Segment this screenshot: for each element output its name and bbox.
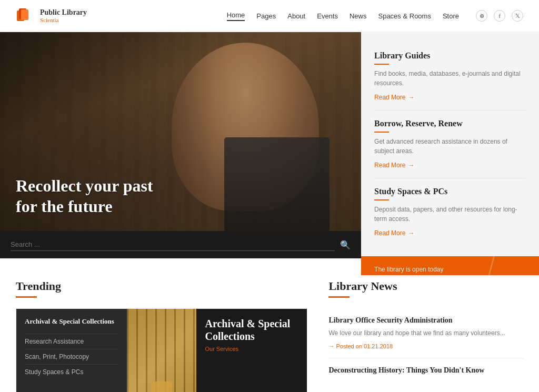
study-read-more[interactable]: Read More xyxy=(374,229,414,237)
nav-about[interactable]: About xyxy=(287,12,305,20)
news-item-1-date: Posted on 01.21.2018 xyxy=(328,343,393,349)
hours-bar: The library is open today 6:00 AM – 8:00… xyxy=(361,256,539,275)
guides-title: Library Guides xyxy=(374,51,526,61)
search-icon[interactable]: 🔍 xyxy=(340,240,351,250)
sidebar-item-study: Study Spaces & PCs Deposit data, papers,… xyxy=(374,178,526,246)
trending-menu-item-scan[interactable]: Scan, Print, Photocopy xyxy=(25,349,118,364)
trending-menu-item-research[interactable]: Research Assistance xyxy=(25,334,118,349)
sidebar-items: Library Guides Find books, media, databa… xyxy=(361,32,539,256)
search-bar: 🔍 xyxy=(0,231,361,258)
nav-news[interactable]: News xyxy=(350,12,367,20)
logo-icon xyxy=(16,6,35,25)
trending-section: Trending Archival & Special Collections … xyxy=(16,279,307,392)
hero-overlay xyxy=(0,32,361,258)
guides-description: Find books, media, databases, e-journals… xyxy=(374,69,526,88)
trending-info-title: Archival & Special Collections xyxy=(205,317,298,343)
study-divider xyxy=(374,199,389,200)
study-title: Study Spaces & PCs xyxy=(374,187,526,196)
trending-image xyxy=(127,309,197,392)
nav-home[interactable]: Home xyxy=(227,11,245,21)
trending-divider xyxy=(16,296,37,298)
borrow-title: Borrow, Reserve, Renew xyxy=(374,119,526,128)
trending-menu-item-study[interactable]: Study Spaces & PCs xyxy=(25,364,118,379)
sidebar-item-guides: Library Guides Find books, media, databa… xyxy=(374,43,526,110)
logo[interactable]: Public Library Scientia xyxy=(16,6,87,25)
trending-menu-title: Archival & Special Collections xyxy=(25,317,118,326)
main-content: Trending Archival & Special Collections … xyxy=(0,258,539,392)
hero-sidebar: Library Guides Find books, media, databa… xyxy=(361,32,539,258)
logo-subtitle: Scientia xyxy=(40,17,87,23)
nav-pages[interactable]: Pages xyxy=(256,12,276,20)
study-description: Deposit data, papers, and other resource… xyxy=(374,205,526,224)
trending-card: Archival & Special Collections Research … xyxy=(16,308,307,392)
nav-events[interactable]: Events xyxy=(317,12,338,20)
sidebar-item-borrow: Borrow, Reserve, Renew Get advanced rese… xyxy=(374,110,526,178)
search-input[interactable] xyxy=(11,238,335,251)
guides-divider xyxy=(374,64,389,65)
borrow-divider xyxy=(374,132,389,133)
nav-store[interactable]: Store xyxy=(443,12,459,20)
trending-title: Trending xyxy=(16,279,307,293)
guides-read-more[interactable]: Read More xyxy=(374,94,414,101)
borrow-description: Get advanced research assistance in doze… xyxy=(374,137,526,156)
main-nav: Home Pages About Events News Spaces & Ro… xyxy=(227,10,523,22)
news-divider xyxy=(328,296,350,298)
svg-rect-2 xyxy=(21,9,28,20)
borrow-read-more[interactable]: Read More xyxy=(374,162,414,169)
news-item-2: Deconstructing History: Things You Didn'… xyxy=(328,358,523,386)
hours-bg-decoration xyxy=(486,256,539,275)
twitter-icon[interactable]: 𝕏 xyxy=(512,10,523,22)
hero-headline: Recollect your past for the future xyxy=(16,176,153,216)
facebook-icon[interactable]: f xyxy=(494,10,505,22)
trending-services-label: Our Services xyxy=(205,346,298,352)
news-section: Library News Library Office Security Adm… xyxy=(328,279,523,392)
nav-spaces[interactable]: Spaces & Rooms xyxy=(378,12,431,20)
trending-info: Archival & Special Collections Our Servi… xyxy=(196,309,307,392)
hero-image: Recollect your past for the future 🔍 xyxy=(0,32,361,258)
trending-menu: Archival & Special Collections Research … xyxy=(16,309,127,392)
news-item-1-text: We love our library and hope that we fin… xyxy=(328,328,523,338)
news-title: Library News xyxy=(328,279,523,293)
header: Public Library Scientia Home Pages About… xyxy=(0,0,539,32)
social-icons: ⊕ f 𝕏 xyxy=(476,10,523,22)
news-item-1-title[interactable]: Library Office Security Administration xyxy=(328,316,523,325)
hero-section: Recollect your past for the future 🔍 Lib… xyxy=(0,32,539,258)
news-item-1: Library Office Security Administration W… xyxy=(328,308,523,358)
news-item-2-title[interactable]: Deconstructing History: Things You Didn'… xyxy=(328,366,523,375)
hero-text: Recollect your past for the future xyxy=(16,176,153,216)
globe-icon[interactable]: ⊕ xyxy=(476,10,487,22)
logo-title: Public Library xyxy=(40,8,87,17)
